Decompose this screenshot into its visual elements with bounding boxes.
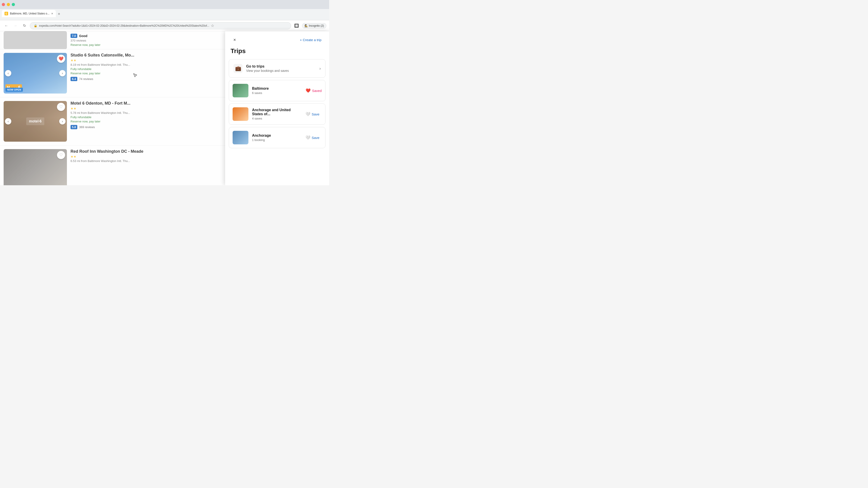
trips-panel-title: Trips	[225, 44, 329, 59]
studio6-refundable: Fully refundable	[70, 67, 221, 71]
motel6-name[interactable]: Motel 6 Odenton, MD - Fort M...	[70, 101, 221, 106]
studio6-distance: 8.19 mi from Baltimore Washington Intl. …	[70, 63, 221, 66]
tabs-bar: E Baltimore, MD, United States o... × +	[0, 9, 329, 17]
redroof-info: Red Roof Inn Washington DC - Meade ★★ 6.…	[70, 149, 221, 185]
close-window-button[interactable]	[2, 3, 5, 6]
tab-close-button[interactable]: ×	[51, 12, 53, 15]
create-trip-button[interactable]: + Create a trip	[298, 37, 324, 43]
baltimore-trip-card[interactable]: Baltimore 6 saves ❤️ Saved	[229, 80, 326, 101]
tab-title: Baltimore, MD, United States o...	[10, 12, 50, 15]
trips-panel: × + Create a trip Trips 💼 Go to trips Vi…	[225, 31, 329, 185]
anchorage-save-label: Save	[312, 136, 319, 140]
redroof-name[interactable]: Red Roof Inn Washington DC - Meade	[70, 149, 221, 154]
bookmark-icon[interactable]: ☆	[211, 24, 214, 28]
trips-panel-body: 💼 Go to trips View your bookings and sav…	[225, 59, 329, 148]
baltimore-trip-name: Baltimore	[252, 87, 302, 91]
motel6-reviews: 369 reviews	[79, 125, 95, 129]
anchorage-thumbnail	[232, 131, 248, 144]
studio6-card: M motel·6 ❤️ ‹ › NOW OPEN Studio 6 Suite…	[0, 49, 225, 97]
partial-pay-later: Reserve now, pay later	[70, 43, 221, 46]
motel6-info: Motel 6 Odenton, MD - Fort M... ★★ 5.78 …	[70, 101, 221, 142]
motel6-rating: 5.8	[70, 125, 77, 129]
motel6-heart-button[interactable]: ♡	[57, 103, 65, 111]
browser-chrome: E Baltimore, MD, United States o... × +	[0, 0, 329, 20]
forward-button[interactable]: →	[12, 22, 19, 29]
go-to-trips-subtitle: View your bookings and saves	[246, 69, 289, 72]
partial-rating-badge: 7.0	[70, 34, 77, 38]
anchorage-us-save-button[interactable]: 🤍 Save	[303, 110, 322, 118]
studio6-image-wrap: M motel·6 ❤️ ‹ › NOW OPEN	[4, 53, 67, 94]
studio6-rating: 6.4	[70, 77, 77, 81]
title-bar	[0, 0, 329, 9]
reload-button[interactable]: ↻	[21, 22, 28, 29]
partial-rating-label: Good	[79, 34, 88, 38]
go-to-trips-chevron: ›	[319, 66, 321, 71]
anchorage-us-save-label: Save	[312, 112, 319, 116]
studio6-prev-button[interactable]: ‹	[5, 70, 11, 76]
baltimore-saved-label: ❤️ Saved	[306, 88, 322, 93]
navigation-bar: ← → ↻ 🔒 expedia.com/Hotel-Search?adults=…	[0, 20, 329, 31]
hotel-list: 7.0 Good 370 reviews Reserve now, pay la…	[0, 31, 225, 185]
redroof-distance: 6.53 mi from Baltimore Washington Intl. …	[70, 159, 221, 163]
studio6-heart-button[interactable]: ❤️	[57, 55, 65, 63]
studio6-now-open-badge: NOW OPEN	[5, 88, 23, 92]
redroof-card: ♡ Red Roof Inn Washington DC - Meade ★★ …	[0, 145, 225, 185]
motel6-card: motel·6 ♡ ‹ › Motel 6 Odenton, MD - Fort…	[0, 97, 225, 145]
go-to-trips-text: Go to trips View your bookings and saves	[246, 64, 289, 72]
studio6-pay-later: Reserve now, pay later	[70, 72, 221, 75]
anchorage-save-area: 🤍 Save	[303, 134, 322, 141]
redroof-image-wrap: ♡	[4, 149, 67, 185]
main-content: 7.0 Good 370 reviews Reserve now, pay la…	[0, 31, 329, 185]
studio6-stars: ★★	[70, 59, 221, 62]
anchorage-us-trip-meta: 4 saves	[252, 117, 300, 120]
motel6-image-wrap: motel·6 ♡ ‹ ›	[4, 101, 67, 142]
extensions-button[interactable]: 🔲	[293, 22, 300, 29]
incognito-profile[interactable]: 🕵 Incognito (2)	[302, 23, 327, 29]
motel6-pay-later: Reserve now, pay later	[70, 120, 221, 123]
anchorage-us-save-area: 🤍 Save	[303, 110, 322, 118]
incognito-icon: 🕵	[305, 24, 308, 27]
motel6-distance: 5.78 mi from Baltimore Washington Intl. …	[70, 111, 221, 115]
baltimore-trip-meta: 6 saves	[252, 91, 302, 95]
redroof-heart-button[interactable]: ♡	[57, 151, 65, 159]
tab-favicon: E	[4, 12, 8, 15]
trips-panel-close-button[interactable]: ×	[230, 36, 239, 44]
studio6-info: Studio 6 Suites Catonsville, Mo... ★★ 8.…	[70, 53, 221, 94]
studio6-next-button[interactable]: ›	[59, 70, 66, 76]
trips-panel-header: × + Create a trip	[225, 31, 329, 44]
anchorage-us-trip-name: Anchorage and United States of...	[252, 108, 300, 116]
incognito-label: Incognito (2)	[309, 24, 324, 27]
anchorage-save-button[interactable]: 🤍 Save	[303, 134, 322, 141]
address-bar[interactable]: 🔒 expedia.com/Hotel-Search?adults=1&d1=2…	[30, 22, 291, 29]
baltimore-thumbnail	[232, 84, 248, 97]
new-tab-button[interactable]: +	[56, 11, 62, 17]
anchorage-heart-icon: 🤍	[305, 135, 310, 140]
go-to-trips-title: Go to trips	[246, 64, 289, 68]
anchorage-trip-meta: 1 booking	[252, 138, 300, 142]
anchorage-us-trip-card[interactable]: Anchorage and United States of... 4 save…	[229, 103, 326, 125]
studio6-rating-row: 6.4 74 reviews	[70, 77, 221, 81]
studio6-name[interactable]: Studio 6 Suites Catonsville, Mo...	[70, 53, 221, 58]
maximize-window-button[interactable]	[12, 3, 15, 6]
redroof-stars: ★★	[70, 155, 221, 158]
minimize-window-button[interactable]	[7, 3, 10, 6]
anchorage-trip-card[interactable]: Anchorage 1 booking 🤍 Save	[229, 127, 326, 148]
back-button[interactable]: ←	[3, 22, 10, 29]
anchorage-us-heart-icon: 🤍	[305, 111, 310, 117]
url-text: expedia.com/Hotel-Search?adults=1&d1=202…	[39, 24, 209, 27]
motel6-stars: ★★	[70, 107, 221, 110]
go-to-trips-card[interactable]: 💼 Go to trips View your bookings and sav…	[229, 59, 326, 78]
anchorage-us-thumbnail	[232, 107, 248, 121]
partial-reviews: 370 reviews	[70, 39, 221, 42]
window-controls	[2, 3, 15, 6]
active-tab[interactable]: E Baltimore, MD, United States o... ×	[2, 10, 56, 17]
go-to-trips-left: 💼 Go to trips View your bookings and sav…	[234, 64, 289, 73]
partial-hotel-card: 7.0 Good 370 reviews Reserve now, pay la…	[0, 31, 225, 49]
motel6-refundable: Fully refundable	[70, 116, 221, 119]
motel6-rating-row: 5.8 369 reviews	[70, 125, 221, 129]
studio6-reviews: 74 reviews	[79, 77, 93, 80]
anchorage-trip-name: Anchorage	[252, 133, 300, 138]
motel6-prev-button[interactable]: ‹	[5, 118, 11, 125]
anchorage-us-trip-info: Anchorage and United States of... 4 save…	[252, 108, 300, 120]
motel6-next-button[interactable]: ›	[59, 118, 66, 125]
